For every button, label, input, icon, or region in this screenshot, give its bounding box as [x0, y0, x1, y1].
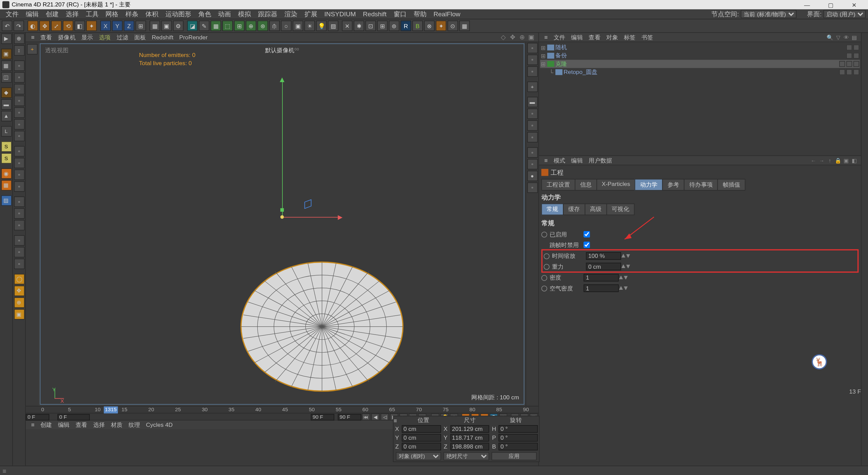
vpstrip-Redshift[interactable]: Redshift [149, 34, 176, 40]
redshift-button[interactable]: R [400, 20, 411, 31]
menu-选择[interactable]: 选择 [62, 10, 82, 19]
vp-pan-icon[interactable]: ✥ [509, 34, 517, 41]
tool14[interactable]: ▫ [14, 196, 24, 207]
objmgr-eye-icon[interactable]: 👁 [843, 34, 850, 41]
tool2[interactable]: ↕ [14, 45, 24, 56]
vis-tag[interactable] [846, 53, 852, 59]
objmgr-menu-文件[interactable]: 文件 [551, 33, 568, 41]
vpstrip-grip[interactable]: ≡ [28, 34, 37, 40]
tool12[interactable]: ▫ [14, 170, 24, 180]
camera-button[interactable]: ▣ [293, 20, 303, 31]
tag2[interactable] [846, 61, 852, 67]
z-axis-button[interactable]: Z [124, 20, 134, 31]
tag2[interactable] [853, 44, 859, 50]
live-select-button[interactable]: ◐ [27, 20, 38, 31]
tab-工程设置[interactable]: 工程设置 [541, 179, 575, 191]
anim-ring-icon[interactable] [541, 231, 547, 237]
anim-ring-icon[interactable] [541, 275, 547, 281]
tag3[interactable] [853, 61, 859, 67]
coord-size-select[interactable]: 绝对尺寸 [443, 452, 489, 460]
tab-参考[interactable]: 参考 [662, 179, 685, 191]
prev-key-button[interactable]: ◀ [371, 414, 379, 421]
vp-zoom-icon[interactable]: ⊕ [518, 34, 526, 41]
texture-mode-button[interactable]: ▦ [1, 60, 12, 71]
timeline-current-field[interactable] [58, 414, 90, 420]
anim-ring-icon[interactable] [541, 285, 547, 291]
object-row-备份[interactable]: ⊞ 备份 [540, 52, 860, 60]
menu-帮助[interactable]: 帮助 [410, 10, 430, 19]
recent-tool-button[interactable]: ◧ [75, 20, 85, 31]
attr-lock-icon[interactable]: 🔒 [834, 157, 842, 164]
menu-创建[interactable]: 创建 [42, 10, 62, 19]
coord-Z-pos[interactable]: 0 cm [402, 443, 441, 450]
minimize-button[interactable]: — [795, 1, 819, 8]
rotate-button[interactable]: ⟲ [63, 20, 73, 31]
objmgr-menu-标签[interactable]: 标签 [621, 33, 639, 41]
vprp5[interactable]: ▬ [527, 97, 537, 107]
coord-system-button[interactable]: ⊞ [136, 20, 146, 31]
objmgr-menu-编辑[interactable]: 编辑 [568, 33, 586, 41]
objmgr-menu-对象[interactable]: 对象 [604, 33, 621, 41]
menu-样条[interactable]: 样条 [122, 10, 142, 19]
tool19[interactable]: ▫ [14, 259, 24, 269]
vprp10[interactable]: ▫ [527, 159, 537, 169]
tool6[interactable]: ▫ [14, 96, 24, 106]
edge-mode-button[interactable]: ▬ [1, 99, 12, 110]
coord-Y-size[interactable]: 118.717 cm [450, 434, 489, 441]
vprp6[interactable]: ▫ [527, 109, 537, 119]
render-settings-button[interactable]: ⚙ [173, 20, 183, 31]
xp3-button[interactable]: ⊡ [366, 20, 376, 31]
tag2[interactable] [846, 69, 852, 75]
cube-button[interactable]: ◪ [187, 20, 198, 31]
coord-Z-rot[interactable]: 0 ° [499, 443, 538, 450]
model-mode-button[interactable]: ▣ [1, 49, 12, 59]
tool8[interactable]: ▫ [14, 119, 24, 130]
空气密度-field[interactable]: 1 [584, 284, 619, 292]
attr-menu-编辑[interactable]: 编辑 [568, 156, 586, 165]
y-axis-button[interactable]: Y [112, 20, 122, 31]
poly-mode-button[interactable]: ▲ [1, 111, 12, 121]
fields-button[interactable]: ⊛ [257, 20, 268, 31]
rs2-button[interactable]: B [412, 20, 423, 31]
object-row-Retopo_圆盘[interactable]: └ Retopo_圆盘 [540, 68, 860, 76]
botstrip-材质[interactable]: 材质 [108, 421, 125, 429]
objmgr-filter-icon[interactable]: ▽ [834, 34, 842, 41]
attr-menu-用户数据[interactable]: 用户数据 [586, 156, 615, 165]
vis-tag[interactable] [839, 69, 845, 75]
nav-orbit[interactable]: ◯ [14, 274, 24, 284]
tab-动力学[interactable]: 动力学 [635, 179, 663, 191]
vpstrip-显示[interactable]: 显示 [79, 33, 96, 41]
undo-button[interactable]: ↶ [2, 20, 12, 31]
xp-button[interactable]: ✕ [342, 20, 352, 31]
coord-X-pos[interactable]: 0 cm [402, 425, 441, 433]
menu-Redshift[interactable]: Redshift [359, 11, 390, 18]
redo-button[interactable]: ↷ [14, 20, 24, 31]
botstrip-grip[interactable]: ≡ [28, 422, 37, 428]
botstrip-创建[interactable]: 创建 [37, 421, 55, 429]
objmgr-search-icon[interactable]: 🔍 [826, 34, 833, 41]
prev-frame-button[interactable]: ◁ [381, 414, 389, 421]
object-row-克隆[interactable]: ⊞ 克隆 [540, 60, 860, 68]
anim-ring-icon[interactable] [544, 264, 549, 269]
menu-RealFlow[interactable]: RealFlow [430, 11, 464, 18]
botstrip-选择[interactable]: 选择 [90, 421, 108, 429]
environment-button[interactable]: ○ [281, 20, 292, 31]
tab-帧插值[interactable]: 帧插值 [717, 179, 746, 191]
status-grip[interactable]: ≡ [1, 467, 8, 474]
objmgr-grip[interactable]: ≡ [541, 34, 551, 40]
coord-Z-size[interactable]: 198.898 cm [450, 443, 489, 450]
scale-button[interactable]: ⤢ [51, 20, 61, 31]
timeline-total-field[interactable] [338, 414, 361, 420]
menu-INSYDIUM[interactable]: INSYDIUM [321, 11, 359, 18]
move-button[interactable]: ✥ [39, 20, 50, 31]
menu-动画[interactable]: 动画 [215, 10, 235, 19]
tool15[interactable]: ▫ [14, 208, 24, 219]
tool10[interactable]: ▫ [14, 146, 24, 156]
vprp12[interactable]: ▫ [527, 183, 537, 193]
workplane-button[interactable]: ◫ [1, 72, 12, 83]
objmgr-menu-查看[interactable]: 查看 [586, 33, 604, 41]
coords-grip[interactable]: ≡ [394, 417, 401, 424]
subtab-缓存[interactable]: 缓存 [563, 204, 586, 215]
axis-button[interactable]: L [1, 126, 12, 137]
vis-tag[interactable] [839, 61, 845, 67]
